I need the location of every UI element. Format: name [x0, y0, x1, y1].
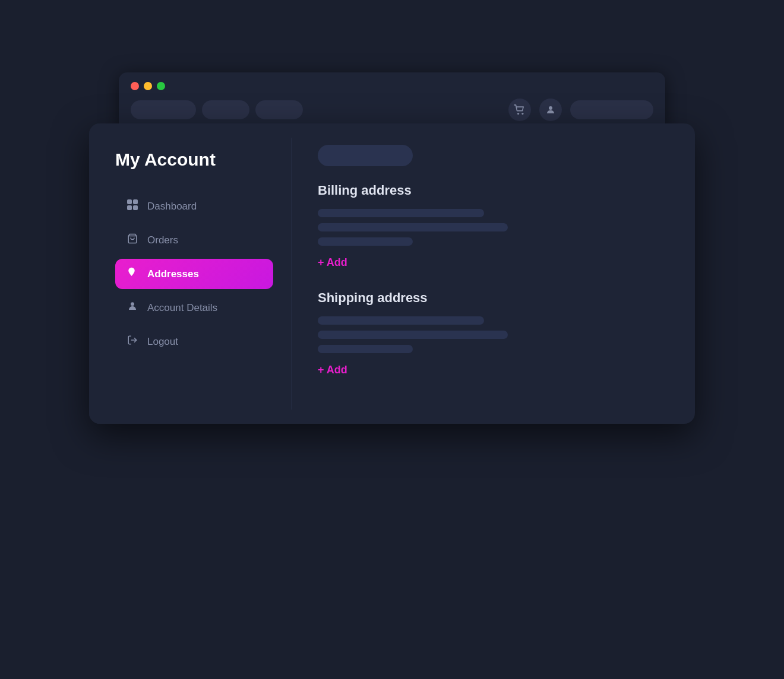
account-details-label: Account Details	[147, 302, 217, 314]
sidebar-title: My Account	[115, 150, 273, 170]
shipping-address-title: Shipping address	[318, 290, 669, 306]
main-content: Billing address + Add Shipping address +…	[292, 123, 695, 424]
close-button[interactable]	[131, 82, 139, 90]
page-label-pill	[318, 145, 413, 166]
svg-point-2	[549, 106, 552, 110]
browser-nav	[131, 99, 653, 121]
sidebar-nav: Dashboard Orders	[115, 191, 273, 357]
sidebar-item-account-details[interactable]: Account Details	[115, 293, 273, 323]
svg-rect-5	[127, 205, 132, 210]
billing-address-title: Billing address	[318, 183, 669, 198]
billing-address-lines	[318, 209, 669, 246]
svg-point-8	[131, 270, 132, 272]
shipping-line-1	[318, 316, 484, 325]
sidebar-item-dashboard[interactable]: Dashboard	[115, 191, 273, 221]
maximize-button[interactable]	[157, 82, 165, 90]
minimize-button[interactable]	[144, 82, 152, 90]
shipping-add-button[interactable]: + Add	[318, 364, 347, 376]
nav-pills	[131, 100, 303, 119]
svg-point-0	[517, 113, 519, 115]
sidebar-item-addresses[interactable]: Addresses	[115, 259, 273, 289]
user-name-pill	[570, 100, 653, 119]
logout-icon	[126, 335, 139, 348]
svg-point-9	[131, 302, 134, 306]
nav-pill-2[interactable]	[202, 100, 249, 119]
svg-rect-6	[133, 205, 138, 210]
shipping-line-2	[318, 331, 508, 339]
browser-wrapper: My Account Dashboard	[65, 72, 719, 607]
cart-icon[interactable]	[508, 99, 531, 121]
logout-label: Logout	[147, 336, 178, 348]
traffic-lights	[131, 82, 653, 90]
avatar-icon[interactable]	[539, 99, 562, 121]
billing-line-1	[318, 209, 484, 217]
billing-add-button[interactable]: + Add	[318, 256, 347, 269]
nav-pill-1[interactable]	[131, 100, 196, 119]
billing-line-3	[318, 237, 413, 246]
svg-rect-3	[127, 199, 132, 204]
orders-icon	[126, 233, 139, 247]
account-details-icon	[126, 301, 139, 315]
browser-chrome	[119, 72, 665, 129]
svg-rect-4	[133, 199, 138, 204]
nav-right	[508, 99, 653, 121]
dashboard-icon	[126, 199, 139, 213]
addresses-label: Addresses	[147, 268, 199, 280]
orders-label: Orders	[147, 234, 178, 246]
dashboard-label: Dashboard	[147, 201, 197, 212]
shipping-address-section: Shipping address + Add	[318, 290, 669, 376]
addresses-icon	[126, 267, 139, 281]
nav-pill-3[interactable]	[255, 100, 303, 119]
billing-address-section: Billing address + Add	[318, 183, 669, 269]
billing-line-2	[318, 223, 508, 231]
sidebar: My Account Dashboard	[89, 123, 291, 424]
svg-point-1	[521, 113, 523, 115]
sidebar-item-orders[interactable]: Orders	[115, 225, 273, 255]
main-card: My Account Dashboard	[89, 123, 695, 424]
shipping-address-lines	[318, 316, 669, 353]
shipping-line-3	[318, 345, 413, 353]
sidebar-item-logout[interactable]: Logout	[115, 326, 273, 357]
